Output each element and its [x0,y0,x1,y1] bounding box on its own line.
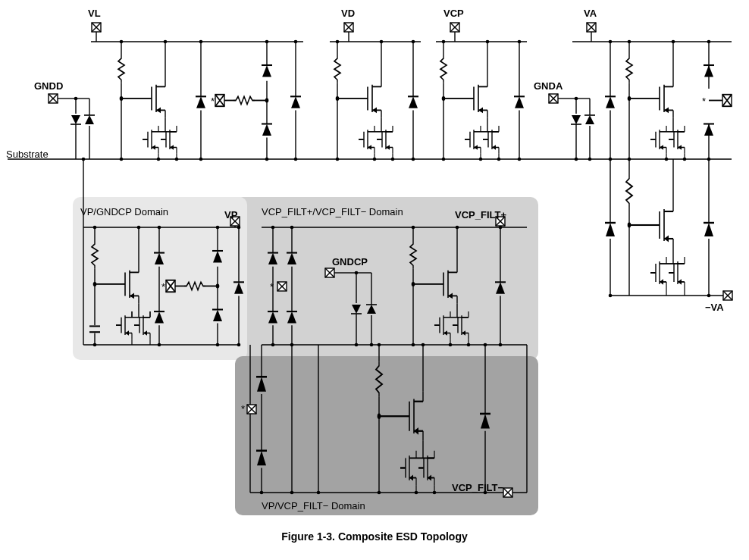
pin-vl-label: VL [88,8,101,19]
vp-gndcp-domain [82,158,244,347]
pin-vcp-filtm-label: VCP_FILT− [452,482,503,493]
pin-negva-label: −VA [705,302,724,313]
io-star-va: * [702,95,706,107]
neg-va-block [605,159,732,300]
io-star-low: * [241,403,245,415]
domain-vp-gndcp-label: VP/GNDCP Domain [80,206,168,217]
vcpfilt-domain [262,217,527,346]
io-star-mid: * [270,281,274,293]
domain-vcp-filt-pm-label: VCP_FILT+/VCP_FILT− Domain [262,206,403,217]
io-star-vl: * [211,95,215,107]
domain-vp-vcp-filtm-label: VP/VCP_FILT− Domain [262,500,365,512]
figure-caption: Figure 1-3. Composite ESD Topology [0,530,749,543]
pin-gndcp-label: GNDCP [332,256,368,267]
top-band [8,23,732,161]
pin-gnda-label: GNDA [534,80,563,92]
pin-vcp-filtp-label: VCP_FILT+ [455,209,506,221]
io-star-vp: * [161,281,165,293]
pin-va-label: VA [584,8,597,19]
pin-gndd-label: GNDD [34,80,63,92]
schematic-svg [0,0,749,560]
substrate-label: Substrate [6,149,49,160]
pin-vd-label: VD [341,8,355,19]
diagram-canvas: VL VD VCP VA GNDD GNDA Substrate * * VP/… [0,0,749,560]
vp-vcpfiltm-domain [247,343,527,497]
pin-vp-label: VP [224,209,237,221]
pin-vcp-label: VCP [443,8,464,19]
